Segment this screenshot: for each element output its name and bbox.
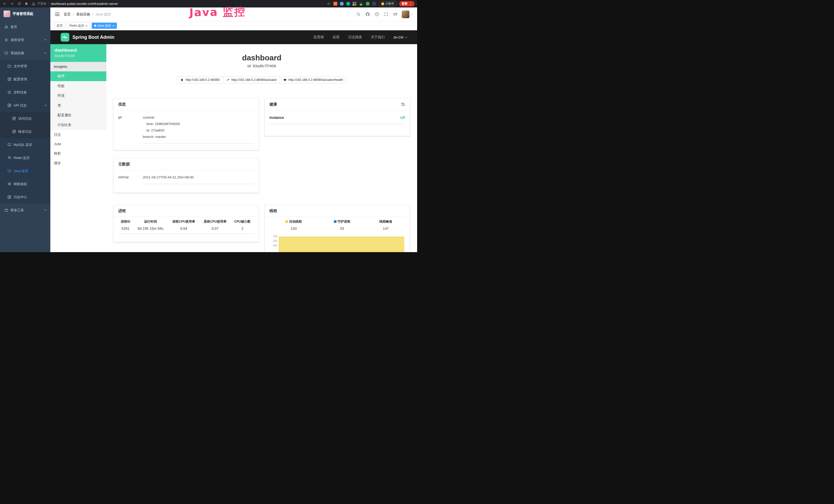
spring-boot-admin: Spring Boot Admin 应用墙 应用 日志报表 关于我们 zh-CN xyxy=(50,30,417,252)
extension-icon-green[interactable] xyxy=(366,2,370,6)
sba-menu-jvm[interactable]: JVM xyxy=(50,140,106,148)
extension-icon-orange[interactable] xyxy=(333,2,337,6)
sba-menu-details[interactable]: 细节 xyxy=(50,71,106,81)
sidebar-item-error-log[interactable]: 错误日志 xyxy=(0,125,50,138)
sidebar-item-mysql[interactable]: MySQL 监控 xyxy=(0,138,50,151)
sba-nav-applications[interactable]: 应用 xyxy=(333,35,339,40)
sidebar-item-label: 基础设施 xyxy=(10,51,24,55)
tags-bar: 首页 Redis 监控 × Java 监控 × xyxy=(50,21,417,30)
log-icon xyxy=(12,130,16,134)
sba-nav-about[interactable]: 关于我们 xyxy=(371,35,385,40)
sidebar-item-config[interactable]: 配置管理 xyxy=(0,73,50,86)
back-icon[interactable] xyxy=(3,2,7,6)
sba-menu-environment[interactable]: 环境 xyxy=(50,91,106,101)
help-icon[interactable]: ? xyxy=(375,12,379,17)
avatar[interactable] xyxy=(402,10,410,18)
extension-icon-grid[interactable] xyxy=(353,2,356,6)
wrench-icon xyxy=(226,78,229,82)
forward-icon[interactable] xyxy=(10,2,14,6)
user-menu[interactable] xyxy=(402,10,413,18)
close-icon[interactable]: × xyxy=(112,24,114,27)
sba-menu-classes[interactable]: 类 xyxy=(50,101,106,110)
caret-down-icon xyxy=(411,13,413,15)
sidebar-item-home[interactable]: 首页 xyxy=(0,20,50,33)
sba-menu-logs[interactable]: 日志 xyxy=(50,130,106,140)
tab-home[interactable]: 首页 xyxy=(54,23,65,29)
extension-icon-dark[interactable] xyxy=(372,2,376,6)
sba-instance-header[interactable]: dashboard 93a3fc7f7409 xyxy=(50,44,106,62)
sba-menu-config-props[interactable]: 配置属性 xyxy=(50,110,106,120)
sba-logo-icon[interactable] xyxy=(61,33,69,42)
sidebar-item-devtools[interactable]: 研发工具 xyxy=(0,204,50,217)
url-text: dashboard.yudao.iocoder.cn/infra/admin-s… xyxy=(51,2,118,6)
sidebar-item-redis[interactable]: Redis 监控 xyxy=(0,151,50,164)
legend-label: 守护进程 xyxy=(337,220,350,223)
breadcrumb-infra[interactable]: 基础设施 xyxy=(76,12,90,17)
reload-icon[interactable] xyxy=(17,2,21,6)
extension-icon-switch[interactable]: on xyxy=(359,2,363,6)
browser-menu-icon[interactable]: ⋮ xyxy=(409,2,412,6)
tab-java[interactable]: Java 监控 × xyxy=(92,23,117,29)
log-icon xyxy=(12,117,16,121)
metadata-label: startup xyxy=(118,174,143,184)
card-header: 进程 xyxy=(113,205,259,217)
fullscreen-icon[interactable] xyxy=(384,12,389,17)
screen: 不安全 | dashboard.yudao.iocoder.cn/infra/a… xyxy=(0,0,417,252)
sidebar-item-java[interactable]: Java 监控 xyxy=(0,164,50,177)
info-row-git: git commit: time: 1596289704000 id: 27aa… xyxy=(118,112,254,143)
link-label: http://192.168.0.2:48080/ xyxy=(185,78,220,82)
sba-nav-journal[interactable]: 日志报表 xyxy=(348,35,362,40)
svg-text:?: ? xyxy=(376,13,378,16)
breadcrumb-home[interactable]: 首页 xyxy=(64,12,71,17)
actuator-url-link[interactable]: http://192.168.0.2:48080/actuator xyxy=(223,76,280,84)
sba-menu-scheduled-tasks[interactable]: 计划任务 xyxy=(50,120,106,130)
health-url-link[interactable]: http://192.168.0.2:48080/actuator/health xyxy=(280,76,347,84)
tab-label: 首页 xyxy=(57,24,63,28)
github-icon[interactable] xyxy=(366,12,370,17)
app-logo[interactable]: 芋道管理系统 xyxy=(0,7,50,20)
col-header: 进程ID xyxy=(118,217,133,225)
sidebar-item-files[interactable]: 文件管理 xyxy=(0,60,50,73)
navbar-actions: ? тT xyxy=(356,10,413,18)
browser-right-cluster: on 已暂停 更新 ⋮ xyxy=(327,1,415,6)
close-icon[interactable]: × xyxy=(86,24,88,27)
sidebar-item-system[interactable]: 系统管理 xyxy=(0,33,50,46)
sidebar-item-label: 首页 xyxy=(10,25,17,29)
card-title: 健康 xyxy=(269,102,277,107)
git-id-line: id: 27aa832 xyxy=(143,127,254,134)
paused-badge[interactable]: 已暂停 xyxy=(379,1,397,6)
service-url-link[interactable]: http://192.168.0.2:48080/ xyxy=(177,76,223,84)
sidebar-item-label: MySQL 监控 xyxy=(14,142,32,147)
sba-locale-select[interactable]: zh-CN xyxy=(394,36,407,39)
address-bar[interactable]: 不安全 | dashboard.yudao.iocoder.cn/infra/a… xyxy=(31,2,118,6)
extension-icon-droplet[interactable] xyxy=(340,2,344,6)
sba-menu-caches[interactable]: 缓存 xyxy=(50,158,106,168)
sidebar-item-log-center[interactable]: 日志中心 xyxy=(0,190,50,204)
active-dot-icon xyxy=(94,25,96,27)
sidebar-item-api-log[interactable]: API 日志 xyxy=(0,99,50,112)
bookmark-star-icon[interactable] xyxy=(327,2,331,6)
sidebar-item-infra[interactable]: 基础设施 xyxy=(0,46,50,60)
home-icon[interactable] xyxy=(24,2,28,6)
search-icon[interactable] xyxy=(356,12,361,17)
sba-menu-metrics[interactable]: 性能 xyxy=(50,81,106,91)
hamburger-icon[interactable] xyxy=(55,13,60,16)
update-button[interactable]: 更新 ⋮ xyxy=(399,1,415,6)
sidebar-item-label: Java 监控 xyxy=(14,169,28,173)
threads-card: 线程 活动线程 守护进程 线程峰值 xyxy=(265,205,410,252)
sidebar-item-jobs[interactable]: 定时任务 xyxy=(0,86,50,99)
extension-icon-teal[interactable] xyxy=(346,2,350,6)
sba-nav-wall[interactable]: 应用墙 xyxy=(313,35,324,40)
history-icon[interactable] xyxy=(401,102,405,107)
tab-redis[interactable]: Redis 监控 × xyxy=(67,23,90,29)
sba-menu-mappings[interactable]: 映射 xyxy=(50,148,106,158)
sba-brand[interactable]: Spring Boot Admin xyxy=(72,35,114,40)
instance-id: 93a3fc7f7409 xyxy=(54,54,102,58)
sidebar-item-tracing[interactable]: 链路追踪 xyxy=(0,177,50,190)
metadata-card: 元数据 startup 2021-04-27T00:44:31.254+08:0… xyxy=(113,158,259,193)
col-header: 系统CPU使用率 xyxy=(199,217,231,225)
process-card: 进程 进程ID 运行时间 进程CPU使用率 xyxy=(113,205,259,242)
font-size-icon[interactable]: тT xyxy=(393,12,397,17)
extension-on-badge: on xyxy=(360,4,363,6)
sidebar-item-access-log[interactable]: 访问日志 xyxy=(0,112,50,125)
